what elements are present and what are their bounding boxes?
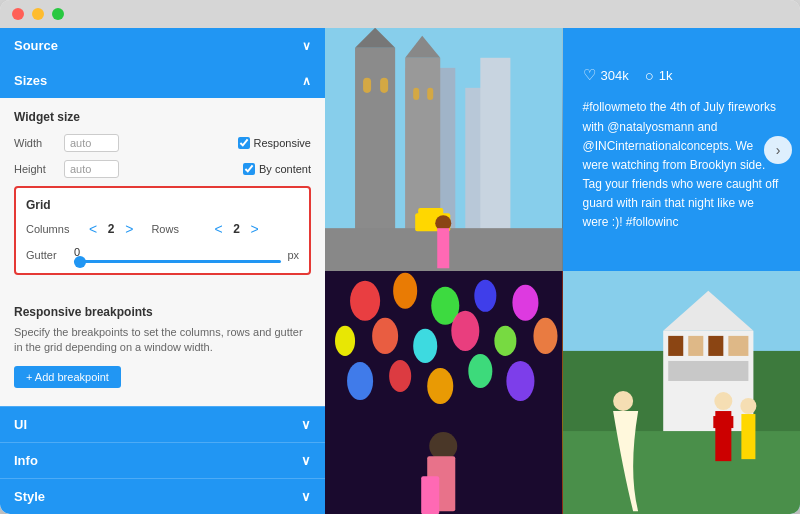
outdoor-photo (563, 271, 801, 514)
svg-rect-10 (413, 88, 419, 100)
svg-point-48 (714, 392, 732, 410)
svg-rect-50 (713, 416, 733, 428)
lanterns-photo (325, 271, 563, 514)
responsive-checkbox-group: Responsive (238, 137, 311, 149)
style-chevron-icon: ∨ (301, 489, 311, 504)
app-window: Source ∨ Sizes ∧ Widget size Width Respo… (0, 0, 800, 514)
sizes-section-header[interactable]: Sizes ∧ (0, 63, 325, 98)
by-content-checkbox[interactable] (243, 163, 255, 175)
responsive-breakpoints-section: Responsive breakpoints Specify the break… (0, 295, 325, 398)
social-stats: ♡ 304k ○ 1k (583, 66, 781, 84)
source-label: Source (14, 38, 58, 53)
svg-point-18 (350, 281, 380, 321)
columns-increment-button[interactable]: > (123, 222, 135, 236)
gutter-slider-container: 0 (74, 246, 281, 263)
svg-rect-4 (355, 48, 395, 248)
rows-decrement-button[interactable]: < (212, 222, 224, 236)
info-section-header[interactable]: Info ∨ (0, 442, 325, 478)
width-field-label: Width (14, 137, 56, 149)
svg-point-34 (429, 432, 457, 460)
width-row: Width Responsive (14, 134, 311, 152)
ui-section-header[interactable]: UI ∨ (0, 406, 325, 442)
style-section-header[interactable]: Style ∨ (0, 478, 325, 514)
svg-point-26 (451, 311, 479, 351)
columns-field-label: Columns (26, 223, 81, 235)
height-field-label: Height (14, 163, 56, 175)
style-label: Style (14, 489, 45, 504)
columns-value: 2 (103, 222, 119, 236)
svg-rect-52 (741, 414, 755, 459)
close-button[interactable] (12, 8, 24, 20)
svg-rect-11 (427, 88, 433, 100)
sidebar: Source ∨ Sizes ∧ Widget size Width Respo… (0, 28, 325, 514)
sizes-section-body: Widget size Width Responsive Height (0, 98, 325, 295)
social-text: #followmeto the 4th of July fireworks wi… (583, 98, 781, 232)
svg-rect-43 (688, 336, 703, 356)
maximize-button[interactable] (52, 8, 64, 20)
svg-point-33 (506, 361, 534, 401)
comments-stat: ○ 1k (645, 67, 673, 84)
widget-size-label: Widget size (14, 110, 311, 124)
svg-rect-42 (668, 336, 683, 356)
lanterns-image (325, 271, 563, 514)
svg-point-51 (740, 398, 756, 414)
likes-stat: ♡ 304k (583, 66, 629, 84)
by-content-checkbox-group: By content (243, 163, 311, 175)
svg-point-32 (468, 354, 492, 388)
sizes-label: Sizes (14, 73, 47, 88)
width-input[interactable] (64, 134, 119, 152)
grid-title: Grid (26, 198, 299, 212)
svg-point-28 (533, 318, 557, 354)
svg-point-30 (389, 360, 411, 392)
gutter-row: Gutter 0 px (26, 246, 299, 263)
rows-field-label: Rows (151, 223, 206, 235)
svg-rect-16 (437, 228, 449, 268)
ui-chevron-icon: ∨ (301, 417, 311, 432)
gutter-slider[interactable] (74, 260, 281, 263)
responsive-breakpoints-desc: Specify the breakpoints to set the colum… (14, 325, 311, 356)
church-photo (325, 28, 563, 271)
main-content: ♡ 304k ○ 1k #followmeto the 4th of July … (325, 28, 800, 514)
rows-stepper: < 2 > (212, 222, 260, 236)
svg-point-47 (613, 391, 633, 411)
outdoor-image (563, 271, 801, 514)
rows-increment-button[interactable]: > (249, 222, 261, 236)
responsive-checkbox[interactable] (238, 137, 250, 149)
rows-value: 2 (229, 222, 245, 236)
titlebar (0, 0, 800, 28)
social-card: ♡ 304k ○ 1k #followmeto the 4th of July … (563, 28, 801, 271)
svg-rect-44 (708, 336, 723, 356)
responsive-label: Responsive (254, 137, 311, 149)
comments-count: 1k (659, 68, 673, 83)
svg-point-25 (413, 329, 437, 363)
svg-point-31 (427, 368, 453, 404)
ui-label: UI (14, 417, 27, 432)
info-label: Info (14, 453, 38, 468)
gutter-unit-label: px (287, 249, 299, 261)
comment-icon: ○ (645, 67, 654, 84)
svg-point-21 (474, 280, 496, 312)
grid-section: Grid Columns < 2 > Rows < 2 > (14, 186, 311, 275)
by-content-label: By content (259, 163, 311, 175)
columns-decrement-button[interactable]: < (87, 222, 99, 236)
svg-point-19 (393, 273, 417, 309)
source-section-header[interactable]: Source ∨ (0, 28, 325, 63)
likes-count: 304k (601, 68, 629, 83)
svg-rect-3 (480, 58, 510, 248)
minimize-button[interactable] (32, 8, 44, 20)
columns-stepper: < 2 > (87, 222, 135, 236)
responsive-breakpoints-title: Responsive breakpoints (14, 305, 311, 319)
next-arrow-button[interactable]: › (764, 136, 792, 164)
height-input[interactable] (64, 160, 119, 178)
add-breakpoint-button[interactable]: + Add breakpoint (14, 366, 121, 388)
svg-rect-36 (421, 476, 439, 514)
svg-point-22 (512, 285, 538, 321)
svg-point-27 (494, 326, 516, 356)
church-image (325, 28, 563, 271)
svg-rect-45 (728, 336, 748, 356)
bottom-sections: UI ∨ Info ∨ Style ∨ (0, 406, 325, 514)
sizes-chevron-icon: ∧ (302, 74, 311, 88)
source-chevron-icon: ∨ (302, 39, 311, 53)
add-breakpoint-label: + Add breakpoint (26, 371, 109, 383)
height-row: Height By content (14, 160, 311, 178)
